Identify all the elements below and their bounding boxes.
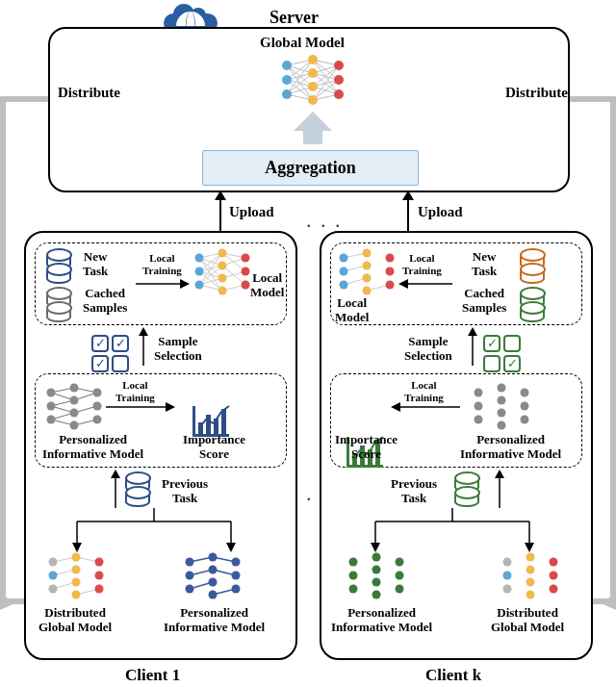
svg-marker-154 [371,543,380,552]
server-title: Server [270,8,319,28]
distribute-line-right-top [568,96,616,102]
c1-dgm-label: Distributed Global Model [38,606,112,635]
c1-pim2-label: Personalized Informative Model [164,606,265,635]
svg-point-148 [521,416,529,424]
svg-point-143 [498,396,506,405]
svg-marker-73 [139,327,148,336]
svg-point-125 [340,281,348,290]
c1-localtrain-top-arrow [136,277,190,291]
ck-localmodel-nn-icon [337,248,397,296]
ck-newtask-db-icon [520,252,545,281]
svg-point-115 [209,591,218,599]
svg-marker-85 [166,402,175,412]
svg-point-172 [526,578,535,587]
c1-newtask-db-icon [46,252,71,281]
c1-checks-icon: ✓✓ ✓ [91,335,129,372]
c1-prev-label: Previous Task [162,477,208,506]
svg-point-127 [363,262,372,270]
ck-dgm-label: Distributed Global Model [491,606,564,635]
svg-point-112 [209,553,218,562]
c1-dgm-nn-icon [46,552,106,600]
svg-point-68 [218,287,227,295]
svg-point-76 [47,416,56,424]
ck-checks-icon: ✓ ✓ [483,335,521,372]
svg-point-116 [232,558,241,567]
svg-point-108 [95,585,104,594]
aggregation-box: Aggregation [202,150,419,186]
svg-point-139 [475,389,483,397]
ck-pim-label: Personalized Informative Model [460,433,561,462]
c1-localtrain-top-label: Local Training [142,252,182,276]
ck-sample-arrow [466,327,479,366]
svg-point-176 [550,585,558,594]
c1-cached-db-icon [46,291,71,319]
svg-point-34 [308,95,318,105]
svg-point-78 [70,396,79,405]
big-up-arrow-icon [294,112,332,131]
svg-point-31 [308,55,318,64]
svg-point-146 [521,389,529,397]
c1-localmodel-label: Local Model [250,271,284,300]
ck-localtrain-top-arrow [398,277,452,291]
svg-point-67 [218,274,227,283]
svg-point-81 [93,389,102,397]
svg-point-142 [498,384,506,393]
ck-localtrain-mid-label: Local Training [404,379,444,403]
svg-marker-136 [468,327,477,336]
ck-newtask-label: New Task [472,250,497,279]
c1-importance-label: Importance Score [183,433,245,462]
global-model-nn-icon [279,54,346,106]
svg-point-63 [195,267,204,276]
c1-localmodel-nn-icon [192,248,252,296]
svg-point-162 [372,578,381,587]
svg-point-158 [349,572,358,580]
ck-fork-lines [346,508,558,552]
svg-point-83 [93,416,102,424]
svg-point-111 [186,585,194,594]
svg-point-114 [209,578,218,587]
svg-point-124 [340,267,348,276]
svg-point-167 [503,558,512,567]
upload-arrow-right [401,191,415,233]
svg-point-70 [242,267,250,276]
dl-r-bot [592,598,616,604]
svg-point-82 [93,402,102,411]
ck-localtrain-top-label: Local Training [402,252,442,276]
svg-point-174 [550,558,558,567]
svg-point-141 [475,416,483,424]
svg-point-165 [396,572,404,580]
svg-point-144 [498,409,506,418]
ck-pim2-nn-icon [346,552,406,600]
distribute-right-label: Distribute [505,85,568,101]
aggregation-label: Aggregation [265,158,356,177]
ck-importance-label: Importance Score [335,433,398,462]
distribute-line-left-v [0,96,6,601]
svg-point-110 [186,572,194,580]
c1-pim2-nn-icon [183,552,243,600]
svg-point-100 [49,572,58,580]
svg-point-71 [242,281,250,290]
clientk-title: Client k [425,666,481,685]
svg-marker-91 [72,543,82,552]
svg-point-169 [503,585,512,594]
svg-point-140 [475,402,483,411]
svg-point-164 [396,558,404,567]
svg-point-29 [282,75,292,85]
svg-point-74 [47,389,56,397]
svg-point-33 [308,82,318,91]
dots-top: . . . [306,208,343,233]
svg-point-106 [95,558,104,567]
c1-fork-lines [48,508,260,552]
ck-cached-label: Cached Samples [462,287,506,316]
c1-prevtask-db-icon [125,475,150,504]
c1-sample-arrow [137,327,150,366]
svg-point-64 [195,281,204,290]
svg-point-80 [70,421,79,430]
ck-prev-arrow [493,470,506,508]
distribute-line-right-v [610,96,616,601]
svg-marker-134 [398,279,408,289]
c1-sample-label: Sample Selection [154,335,202,364]
svg-point-145 [498,421,506,430]
ck-prev-label: Previous Task [391,477,437,506]
svg-point-171 [526,566,535,574]
